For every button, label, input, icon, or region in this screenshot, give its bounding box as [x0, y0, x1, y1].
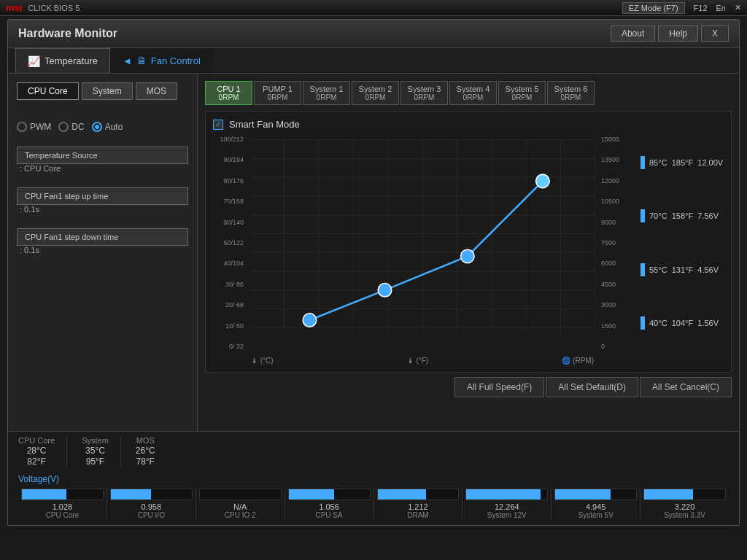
all-set-default-button[interactable]: All Set Default(D)	[546, 377, 638, 397]
radio-dc-label: DC	[71, 122, 84, 132]
voltage-system-5v-value: 4.945	[586, 502, 606, 511]
step-down-button[interactable]: CPU Fan1 step down time	[17, 228, 188, 246]
temperature-source-value: : CPU Core	[17, 164, 188, 173]
status-cpu-core-label: CPU Core	[18, 436, 55, 445]
top-f12: F12	[694, 4, 708, 12]
vbar-dram	[377, 489, 460, 500]
fan-curve-svg[interactable]	[249, 136, 595, 354]
step-down-section: CPU Fan1 step down time : 0.1s	[17, 228, 188, 254]
chart-svg-area[interactable]: 🌡 (°C) 🌡 (°F) 🌀 (RPM)	[249, 136, 595, 365]
curve-point-3[interactable]	[461, 249, 475, 263]
msi-logo: msi	[6, 2, 22, 13]
legend-row-85: 85°C 185°F 12.00V	[640, 156, 724, 169]
radio-group: PWM DC Auto	[17, 122, 188, 132]
radio-dc-circle	[58, 122, 69, 132]
vbar-cpu-io-fill	[111, 489, 151, 499]
fan-tab-system2[interactable]: System 2 0RPM	[352, 81, 399, 105]
radio-auto-circle	[92, 122, 102, 132]
cpu-core-button[interactable]: CPU Core	[17, 82, 79, 100]
voltage-system-33v: 3.220 System 3.3V	[640, 489, 729, 519]
about-button[interactable]: About	[611, 26, 655, 42]
voltage-system-12v-value: 12.264	[495, 502, 519, 511]
top-title: CLICK BIOS 5	[28, 4, 622, 12]
status-system: System 35°C 95°F	[82, 436, 121, 467]
left-panel: CPU Core System MOS PWM DC Auto	[8, 74, 198, 431]
window-title-buttons: About Help X	[611, 26, 729, 42]
status-system-label: System	[82, 436, 109, 445]
fan-tab-system6[interactable]: System 6 0RPM	[547, 81, 595, 105]
voltage-cpu-sa-value: 1.056	[319, 502, 339, 511]
status-system-f: 95°F	[86, 456, 104, 467]
all-set-cancel-button[interactable]: All Set Cancel(C)	[640, 377, 732, 397]
fan-tabs: CPU 1 0RPM PUMP 1 0RPM System 1 0RPM Sys…	[205, 81, 732, 105]
voltage-system-33v-value: 3.220	[675, 502, 695, 511]
tab-temperature[interactable]: 📈 Temperature	[15, 48, 110, 73]
legend-row-70: 70°C 158°F 7.56V	[640, 209, 724, 222]
curve-point-4[interactable]	[536, 174, 550, 188]
system-button[interactable]: System	[82, 82, 133, 100]
voltage-dram-value: 1.212	[408, 502, 428, 511]
top-right-controls: EZ Mode (F7) F12 En ✕	[622, 2, 741, 14]
msi-top-bar: msi CLICK BIOS 5 EZ Mode (F7) F12 En ✕	[0, 0, 747, 16]
status-mos-label: MOS	[136, 436, 155, 445]
help-button[interactable]: Help	[658, 26, 698, 42]
smart-fan-title: Smart Fan Mode	[229, 119, 300, 130]
smart-fan-header: ✓ Smart Fan Mode	[213, 119, 724, 130]
vbar-system-33v-fill	[644, 489, 693, 499]
curve-point-1[interactable]	[303, 314, 317, 327]
chart-area: ✓ Smart Fan Mode 100/212 90/194 80/176 7…	[205, 111, 732, 373]
window-title-bar: Hardware Monitor About Help X	[8, 20, 739, 48]
top-en: En	[716, 4, 726, 12]
voltage-system-5v: 4.945 System 5V	[551, 489, 640, 519]
voltage-cpu-sa-label: CPU SA	[315, 511, 342, 519]
tab-fancontrol-label: Fan Control	[151, 55, 201, 66]
vbar-system-5v-fill	[555, 489, 610, 499]
step-up-button[interactable]: CPU Fan1 step up time	[17, 187, 188, 205]
fan-tab-system5[interactable]: System 5 0RPM	[498, 81, 546, 105]
curve-point-2[interactable]	[378, 284, 392, 298]
radio-auto[interactable]: Auto	[92, 122, 123, 132]
x-label-temp: 🌡 (°C)	[251, 357, 274, 365]
vbar-cpu-io	[110, 489, 193, 500]
step-up-section: CPU Fan1 step up time : 0.1s	[17, 187, 188, 214]
fan-tab-cpu1[interactable]: CPU 1 0RPM	[205, 81, 252, 105]
y-labels-right: 15000 13500 12000 10500 9000 7500 6000 4…	[601, 136, 630, 365]
tab-fancontrol[interactable]: ◄ 🖥 Fan Control	[110, 48, 213, 73]
mos-button[interactable]: MOS	[136, 82, 177, 100]
status-system-c: 35°C	[85, 446, 105, 456]
y-labels-left: 100/212 90/194 80/176 70/158 60/140 50/1…	[213, 136, 244, 365]
voltage-cpu-io2-label: CPU IO 2	[225, 511, 256, 519]
fan-tab-pump1[interactable]: PUMP 1 0RPM	[254, 81, 301, 105]
all-full-speed-button[interactable]: All Full Speed(F)	[454, 377, 544, 397]
fan-curve-line	[309, 181, 542, 320]
fancontrol-icon: 🖥	[136, 55, 147, 66]
fan-tab-system1[interactable]: System 1 0RPM	[303, 81, 350, 105]
voltage-title: Voltage(V)	[18, 474, 729, 484]
x-label-rpm: 🌀 (RPM)	[562, 357, 594, 365]
top-close[interactable]: ✕	[735, 3, 741, 12]
status-mos-c: 26°C	[136, 446, 155, 456]
status-cpu-core: CPU Core 28°C 82°F	[18, 436, 67, 467]
voltage-dram: 1.212 DRAM	[374, 489, 463, 519]
ez-mode-button[interactable]: EZ Mode (F7)	[622, 2, 685, 14]
smart-fan-checkbox[interactable]: ✓	[213, 120, 223, 130]
temperature-source-button[interactable]: Temperature Source	[17, 147, 188, 164]
voltage-system-12v-label: System 12V	[487, 511, 527, 519]
radio-pwm[interactable]: PWM	[17, 122, 51, 132]
voltage-system-33v-label: System 3.3V	[664, 511, 705, 519]
radio-dc[interactable]: DC	[58, 122, 84, 132]
fancontrol-arrow: ◄	[123, 55, 132, 66]
tab-temperature-label: Temperature	[44, 55, 98, 66]
voltage-cpu-io2-value: N/A	[233, 502, 247, 511]
close-button[interactable]: X	[701, 26, 729, 42]
voltage-system-5v-label: System 5V	[578, 511, 614, 519]
voltage-section: Voltage(V) 1.028 CPU Core 0.958 CPU I/O	[8, 471, 739, 525]
vbar-cpu-sa-fill	[289, 489, 334, 499]
legend-row-40: 40°C 104°F 1.56V	[640, 316, 724, 330]
fan-tab-system3[interactable]: System 3 0RPM	[400, 81, 448, 105]
status-mos: MOS 26°C 78°F	[136, 436, 167, 467]
bottom-buttons: All Full Speed(F) All Set Default(D) All…	[205, 377, 732, 397]
fan-tab-system4[interactable]: System 4 0RPM	[449, 81, 497, 105]
vbar-system-5v	[554, 489, 637, 500]
voltage-cpu-io-label: CPU I/O	[138, 511, 165, 519]
